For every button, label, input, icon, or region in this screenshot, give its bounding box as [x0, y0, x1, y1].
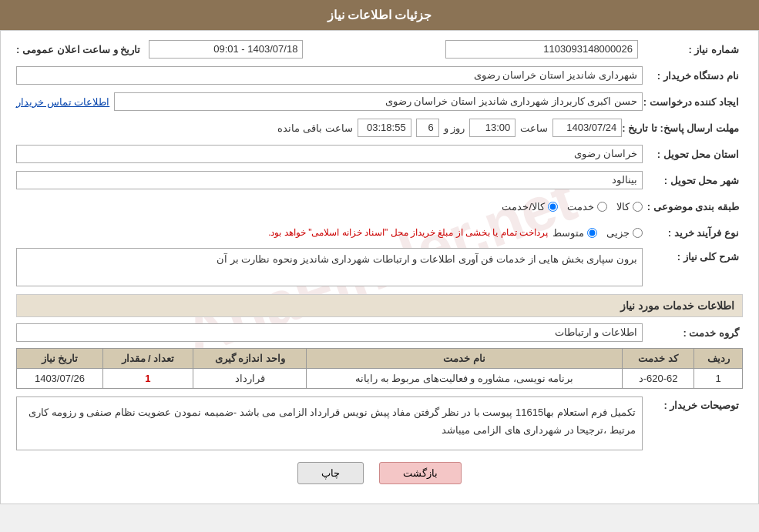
category-radio-khedmat[interactable]	[597, 202, 607, 212]
purchase-type-radio-jozi[interactable]	[633, 228, 643, 238]
reply-time: 13:00	[469, 119, 516, 137]
col-header-quantity: تعداد / مقدار	[102, 349, 193, 369]
purchase-type-jozi[interactable]: جزیی	[606, 227, 643, 239]
table-cell: 1403/07/26	[17, 369, 103, 389]
description-label: شرح کلی نیاز :	[643, 251, 743, 263]
creator-label: ایجاد کننده درخواست :	[643, 96, 743, 108]
category-radio-kala[interactable]	[633, 202, 643, 212]
col-header-name: نام خدمت	[307, 349, 622, 369]
table-cell: برنامه نویسی، مشاوره و فعالیت‌های مربوط …	[307, 369, 622, 389]
buyer-notes-value: تکمیل فرم استعلام بها11615 پیوست با در ن…	[16, 396, 643, 450]
service-group-label: گروه خدمت :	[643, 327, 743, 339]
category-radio-group: کالا خدمت کالا/خدمت	[502, 201, 643, 212]
print-button[interactable]: چاپ	[297, 462, 364, 484]
reply-date: 1403/07/24	[552, 119, 622, 137]
buyer-org-label: نام دستگاه خریدار :	[643, 70, 743, 82]
buyer-org-value: شهرداری شاندیز استان خراسان رضوی	[16, 66, 643, 85]
category-option-khedmat[interactable]: خدمت	[567, 201, 607, 212]
category-label-khedmat: خدمت	[567, 201, 594, 212]
province-value: خراسان رضوی	[16, 145, 643, 163]
buttons-row: بازگشت چاپ	[16, 462, 743, 484]
purchase-type-label: نوع فرآیند خرید :	[643, 227, 743, 239]
category-label-kala: کالا	[616, 201, 630, 212]
purchase-type-mota[interactable]: متوسط	[552, 227, 597, 239]
need-number-value: 1103093148000026	[445, 40, 638, 59]
buyer-notes-label: توصیحات خریدار :	[643, 400, 743, 411]
col-header-code: کد خدمت	[622, 349, 694, 369]
category-label-both: کالا/خدمت	[502, 201, 545, 212]
category-radio-both[interactable]	[548, 202, 558, 212]
table-cell: 1	[102, 369, 193, 389]
announce-label: تاریخ و ساعت اعلان عمومی :	[16, 44, 144, 55]
category-label: طبقه بندی موضوعی :	[643, 201, 743, 212]
col-header-row: ردیف	[694, 349, 743, 369]
page-title: جزئیات اطلاعات نیاز	[0, 0, 759, 30]
purchase-type-label-mota: متوسط	[552, 227, 584, 239]
services-table: ردیف کد خدمت نام خدمت واحد اندازه گیری ت…	[16, 348, 743, 389]
category-option-both[interactable]: کالا/خدمت	[502, 201, 558, 212]
back-button[interactable]: بازگشت	[379, 462, 462, 484]
description-value: برون سپاری بخش هایی از خدمات فن آوری اطل…	[16, 248, 643, 286]
category-option-kala[interactable]: کالا	[616, 201, 643, 212]
reply-days: 6	[416, 119, 439, 137]
reply-time-label: ساعت	[520, 122, 548, 134]
province-label: استان محل تحویل :	[643, 149, 743, 160]
creator-value: حسن اکبری کاربرداز شهرداری شاندیز استان …	[114, 92, 643, 111]
col-header-unit: واحد اندازه گیری	[193, 349, 307, 369]
services-section-header: اطلاعات خدمات مورد نیاز	[16, 294, 743, 317]
service-group-value: اطلاعات و ارتباطات	[16, 323, 643, 342]
reply-deadline-label: مهلت ارسال پاسخ: تا تاریخ :	[622, 122, 743, 134]
purchase-type-radio-group: جزیی متوسط	[552, 227, 643, 239]
city-value: بینالود	[16, 171, 643, 189]
table-row: 1620-62-دبرنامه نویسی، مشاوره و فعالیت‌ه…	[17, 369, 743, 389]
purchase-type-note: پرداخت تمام یا بخشی از مبلغ خریداز محل "…	[268, 227, 548, 238]
city-label: شهر محل تحویل :	[643, 175, 743, 186]
reply-days-label: روز و	[444, 122, 465, 134]
need-number-label: شماره نیاز :	[643, 44, 743, 55]
table-cell: 1	[694, 369, 743, 389]
table-cell: قرارداد	[193, 369, 307, 389]
announce-value: 1403/07/18 - 09:01	[149, 40, 303, 59]
col-header-date: تاریخ نیاز	[17, 349, 103, 369]
purchase-type-label-jozi: جزیی	[606, 227, 630, 239]
creator-link[interactable]: اطلاعات تماس خریدار	[16, 96, 109, 108]
reply-remaining-label: ساعت باقی مانده	[277, 122, 352, 134]
table-cell: 620-62-د	[622, 369, 694, 389]
purchase-type-radio-mota[interactable]	[587, 228, 597, 238]
reply-remaining: 03:18:55	[358, 119, 411, 137]
